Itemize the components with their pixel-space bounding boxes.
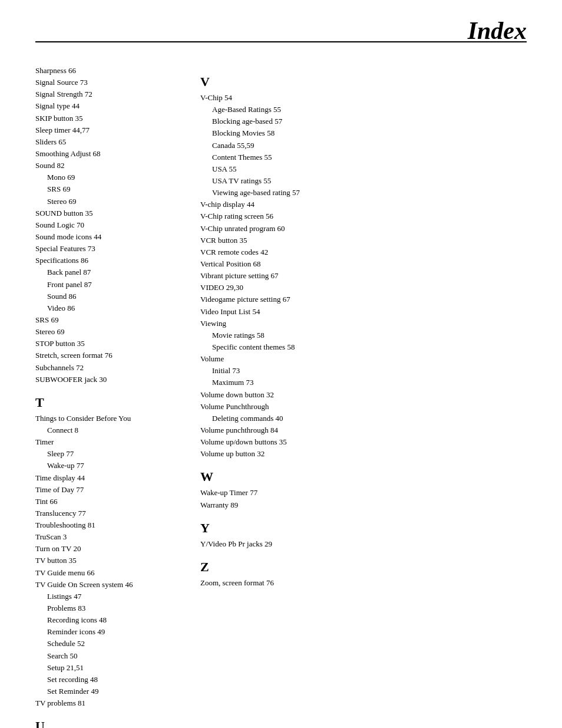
list-item: VCR remote codes 42	[200, 246, 527, 258]
list-item: Things to Consider Before You	[35, 413, 177, 424]
list-item: Specific content themes 58	[200, 341, 527, 353]
list-item: Volume up button 32	[200, 448, 527, 460]
list-item: Signal type 44	[35, 100, 177, 112]
list-item: SRS 69	[35, 314, 177, 326]
list-item: Subchannels 72	[35, 362, 177, 374]
list-item: Viewing	[200, 318, 527, 330]
list-item: Signal Strength 72	[35, 88, 177, 100]
list-item: Sleep timer 44,77	[35, 124, 177, 136]
list-item: Zoom, screen format 76	[200, 577, 527, 589]
list-item: Front panel 87	[35, 279, 177, 291]
list-item: Time of Day 77	[35, 484, 177, 496]
list-item: SRS 69	[35, 183, 177, 195]
list-item: Blocking age-based 57	[200, 116, 527, 127]
left-column: Sharpness 66Signal Source 73Signal Stren…	[35, 65, 177, 728]
list-item: Recording icons 48	[35, 614, 177, 626]
list-item: Reminder icons 49	[35, 626, 177, 638]
list-item: Videogame picture setting 67	[200, 294, 527, 305]
list-item: VIDEO 29,30	[200, 282, 527, 294]
top-border	[35, 41, 527, 42]
list-item: Initial 73	[200, 365, 527, 377]
list-item: Deleting commands 40	[200, 413, 527, 424]
list-item: Time display 44	[35, 472, 177, 484]
list-item: USA TV ratings 55	[200, 175, 527, 187]
list-item: Mono 69	[35, 172, 177, 183]
list-item: Set Reminder 49	[35, 686, 177, 697]
list-item: Wake-up 77	[35, 460, 177, 472]
list-item: Listings 47	[35, 591, 177, 602]
list-item: Stretch, screen format 76	[35, 350, 177, 361]
list-item: Warranty 89	[200, 499, 527, 511]
section-header-v: V	[200, 74, 527, 90]
list-item: Problems 83	[35, 602, 177, 614]
list-item: Wake-up Timer 77	[200, 487, 527, 499]
list-item: Canada 55,59	[200, 140, 527, 151]
list-item: Search 50	[35, 650, 177, 662]
list-item: Timer	[35, 436, 177, 448]
list-item: V-Chip 54	[200, 92, 527, 104]
list-item: Schedule 52	[35, 638, 177, 650]
list-item: Tint 66	[35, 496, 177, 508]
list-item: Volume Punchthrough	[200, 401, 527, 413]
list-item: TV Guide menu 66	[35, 567, 177, 579]
section-header-w: W	[200, 469, 527, 485]
list-item: USA 55	[200, 163, 527, 175]
list-item: Volume up/down buttons 35	[200, 436, 527, 448]
list-item: VCR button 35	[200, 235, 527, 246]
list-item: Sound 82	[35, 160, 177, 172]
list-item: Sound Logic 70	[35, 219, 177, 231]
list-item: Troubleshooting 81	[35, 519, 177, 531]
list-item: SOUND button 35	[35, 207, 177, 219]
list-item: TV button 35	[35, 555, 177, 566]
section-header-z: Z	[200, 559, 527, 575]
list-item: Maximum 73	[200, 377, 527, 388]
list-item: V-chip display 44	[200, 199, 527, 210]
list-item: SUBWOOFER jack 30	[35, 374, 177, 386]
list-item: Specifications 86	[35, 255, 177, 266]
list-item: Stereo 69	[35, 196, 177, 207]
list-item: Volume punchthrough 84	[200, 424, 527, 436]
list-item: Volume down button 32	[200, 389, 527, 401]
list-item: Special Features 73	[35, 243, 177, 255]
list-item: Sound mode icons 44	[35, 231, 177, 243]
page-title: Index	[468, 17, 527, 45]
list-item: Y/Video Pb Pr jacks 29	[200, 538, 527, 550]
list-item: SKIP button 35	[35, 113, 177, 124]
list-item: TV Guide On Screen system 46	[35, 579, 177, 591]
list-item: Turn on TV 20	[35, 543, 177, 555]
list-item: Signal Source 73	[35, 77, 177, 88]
list-item: Sharpness 66	[35, 65, 177, 77]
page: Index Sharpness 66Signal Source 73Signal…	[0, 0, 562, 728]
list-item: V-Chip unrated program 60	[200, 223, 527, 235]
list-item: Stereo 69	[35, 326, 177, 338]
section-header-u: U	[35, 719, 177, 728]
section-header-t: T	[35, 395, 177, 410]
list-item: Viewing age-based rating 57	[200, 187, 527, 199]
list-item: Video Input List 54	[200, 306, 527, 318]
list-item: Blocking Movies 58	[200, 127, 527, 139]
list-item: Sleep 77	[35, 448, 177, 460]
list-item: Sliders 65	[35, 136, 177, 148]
list-item: Set recording 48	[35, 674, 177, 686]
list-item: STOP button 35	[35, 338, 177, 350]
list-item: Age-Based Ratings 55	[200, 104, 527, 116]
list-item: Movie ratings 58	[200, 330, 527, 341]
list-item: Vertical Position 68	[200, 258, 527, 270]
list-item: Setup 21,51	[35, 662, 177, 674]
list-item: Vibrant picture setting 67	[200, 270, 527, 282]
content-area: Sharpness 66Signal Source 73Signal Stren…	[35, 65, 527, 728]
section-header-y: Y	[200, 521, 527, 536]
list-item: TV problems 81	[35, 697, 177, 709]
list-item: Connect 8	[35, 424, 177, 436]
list-item: Back panel 87	[35, 266, 177, 278]
list-item: V-Chip rating screen 56	[200, 210, 527, 222]
list-item: Translucency 77	[35, 508, 177, 519]
list-item: Smoothing Adjust 68	[35, 148, 177, 160]
list-item: Video 86	[35, 302, 177, 314]
list-item: Content Themes 55	[200, 151, 527, 163]
list-item: Volume	[200, 353, 527, 365]
list-item: Sound 86	[35, 291, 177, 302]
list-item: TruScan 3	[35, 531, 177, 543]
right-column: VV-Chip 54Age-Based Ratings 55Blocking a…	[200, 65, 527, 728]
